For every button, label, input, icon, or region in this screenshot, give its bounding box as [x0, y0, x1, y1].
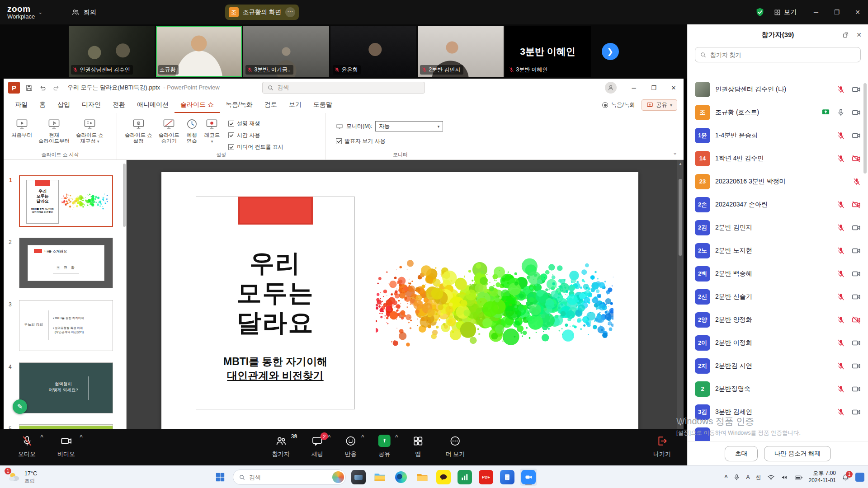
undo-icon[interactable]	[39, 84, 47, 92]
mic-muted-icon[interactable]	[837, 85, 845, 94]
mic-muted-icon[interactable]	[837, 270, 845, 278]
chevron-up-icon[interactable]: ^	[328, 434, 331, 440]
camera-on-icon[interactable]	[852, 292, 861, 301]
camera-on-icon[interactable]	[852, 408, 861, 417]
camera-on-icon[interactable]	[852, 385, 861, 394]
play-narrations-checkbox[interactable]: 설명 재생	[228, 120, 283, 127]
save-icon[interactable]	[25, 84, 33, 92]
popout-icon[interactable]	[842, 32, 849, 38]
monitor-select[interactable]: 자동 ▾	[375, 121, 443, 131]
participant-row[interactable]: 2신2분반 신슬기	[688, 285, 868, 308]
toolbar-reactions-button[interactable]: 반응^	[334, 429, 368, 465]
chevron-up-icon[interactable]: ^	[294, 434, 297, 440]
tray-app-icon[interactable]	[855, 473, 864, 482]
video-tile[interactable]: 2분반 김민지	[418, 26, 504, 77]
slide-thumbnail-1[interactable]: 1 우리모두는달라요 MBTI를 통한 자기이해대인관계와 비전찾기	[19, 175, 113, 227]
camera-on-icon[interactable]	[852, 338, 861, 347]
current-slide[interactable]: 우리모두는달라요 MBTI를 통한 자기이해대인관계와 비전찾기	[161, 172, 638, 429]
participant-search-input[interactable]	[710, 52, 856, 58]
video-tile[interactable]: 조규황	[156, 26, 242, 77]
mic-muted-icon[interactable]	[837, 339, 845, 347]
ribbon-tab-6[interactable]: 애니메이션	[131, 98, 175, 113]
ribbon-tab-11[interactable]: 도움말	[307, 98, 338, 113]
encryption-shield-icon[interactable]	[755, 7, 765, 17]
chevron-up-icon[interactable]: ^	[395, 434, 398, 440]
view-button[interactable]: 보기	[774, 8, 797, 16]
close-panel-icon[interactable]: ✕	[856, 31, 862, 38]
wifi-icon[interactable]	[767, 474, 775, 481]
ribbon-tab-10[interactable]: 보기	[283, 98, 307, 113]
weather-widget[interactable]: 1 17°C 흐림	[3, 466, 42, 488]
minimize-icon[interactable]: ─	[806, 0, 826, 24]
edge-app-icon[interactable]	[392, 469, 410, 486]
notification-bell-icon[interactable]: 1	[842, 474, 849, 481]
share-options-icon[interactable]: ⋯	[285, 7, 295, 17]
participant-row[interactable]: 1윤1-4분반 윤승희	[688, 124, 868, 147]
video-tile[interactable]: 3분반 이혜인3분반 이혜인	[505, 26, 591, 77]
participant-row[interactable]: 2김2분반 김민지	[688, 216, 868, 239]
toolbar-more-button[interactable]: 더 보기	[435, 429, 476, 465]
start-button[interactable]	[212, 469, 229, 486]
search-highlight-icon[interactable]	[332, 471, 344, 483]
camera-on-icon[interactable]	[852, 108, 861, 117]
toolbar-share-button[interactable]: 공유^	[368, 429, 401, 465]
camera-on-icon[interactable]	[852, 246, 861, 255]
mic-muted-icon[interactable]	[837, 408, 845, 416]
image-app-icon[interactable]	[350, 469, 367, 486]
account-avatar-icon[interactable]	[605, 82, 617, 94]
battery-icon[interactable]	[794, 473, 803, 482]
camera-off-icon[interactable]	[852, 315, 861, 324]
ppt-search-input[interactable]	[278, 84, 420, 91]
video-tile[interactable]: 3분반, 이기금..	[243, 26, 329, 77]
ribbon-tab-1[interactable]: 파일	[9, 98, 33, 113]
mic-muted-icon[interactable]	[837, 293, 845, 301]
panel-scrollbar[interactable]	[863, 83, 867, 174]
pdf-app-icon[interactable]: PDF	[477, 469, 495, 486]
toolbar-video-button[interactable]: 비디오^	[47, 429, 86, 465]
participant-row[interactable]: 2백2분반 백승혜	[688, 262, 868, 285]
ribbon-tab-3[interactable]: 삽입	[52, 98, 76, 113]
mic-muted-icon[interactable]	[837, 385, 845, 393]
video-tile[interactable]: 윤은희	[330, 26, 416, 77]
use-timings-checkbox[interactable]: 시간 사용	[228, 131, 283, 139]
ribbon-tab-8[interactable]: 녹음/녹화	[220, 98, 259, 113]
ppt-search-box[interactable]	[262, 82, 425, 94]
camera-on-icon[interactable]	[852, 269, 861, 278]
slide-thumbnail-3[interactable]: 3 오늘의 강의 • MBTI를 통한 자기이해 • 성격유형별 특성 이해 (…	[19, 300, 113, 351]
video-tile[interactable]: 인권상담센터 김수인	[69, 26, 155, 77]
hide-slide-button[interactable]: 슬라이드숨기기	[156, 115, 183, 147]
toolbar-participants-button[interactable]: 39참가자^	[261, 429, 301, 465]
record-slideshow-button[interactable]: 레코드▾	[201, 115, 223, 147]
ribbon-tab-4[interactable]: 디자인	[76, 98, 107, 113]
maximize-icon[interactable]: ❐	[826, 0, 847, 24]
mic-muted-icon[interactable]	[837, 155, 845, 163]
participant-row[interactable]: 141학년 4반 김수민	[688, 147, 868, 170]
camera-on-icon[interactable]	[852, 223, 861, 232]
shared-screen-indicator[interactable]: 조 조규황의 화면 ⋯	[225, 5, 299, 20]
camera-off-icon[interactable]	[852, 154, 861, 163]
chevron-up-icon[interactable]: ^	[361, 434, 364, 440]
volume-icon[interactable]	[781, 474, 788, 481]
redo-icon[interactable]	[52, 84, 60, 92]
leave-button[interactable]: 나가기	[653, 429, 671, 465]
participant-row[interactable]: 조조규황 (호스트)	[688, 101, 868, 124]
mic-muted-icon[interactable]	[853, 178, 861, 186]
taskbar-search-box[interactable]	[233, 469, 346, 485]
participant-row[interactable]: 2손202420347 손아란	[688, 193, 868, 216]
notebook-app-icon[interactable]	[499, 469, 516, 486]
hidden-icons-chevron[interactable]: ^	[724, 474, 727, 480]
scroll-up-icon[interactable]: ▲	[677, 160, 684, 167]
ribbon-tab-9[interactable]: 검토	[259, 98, 283, 113]
toolbar-audio-button[interactable]: 오디오^	[7, 429, 47, 465]
annotation-pencil-button[interactable]: ✎	[13, 399, 27, 414]
from-beginning-button[interactable]: 처음부터	[8, 115, 35, 141]
ppt-maximize-icon[interactable]: ❐	[644, 79, 664, 97]
canvas-scrollbar[interactable]: ▲ ▼	[677, 160, 684, 429]
participant-row-partial[interactable]	[688, 423, 868, 441]
spreadsheet-app-icon[interactable]	[456, 469, 473, 486]
rehearse-timings-button[interactable]: 예행연습	[183, 115, 201, 147]
scrollbar-thumb[interactable]	[679, 179, 682, 256]
use-presenter-view-checkbox[interactable]: 발표자 보기 사용	[336, 137, 443, 145]
chevron-up-icon[interactable]: ^	[40, 434, 43, 440]
ppt-share-button[interactable]: 공유 ▾	[642, 99, 677, 111]
